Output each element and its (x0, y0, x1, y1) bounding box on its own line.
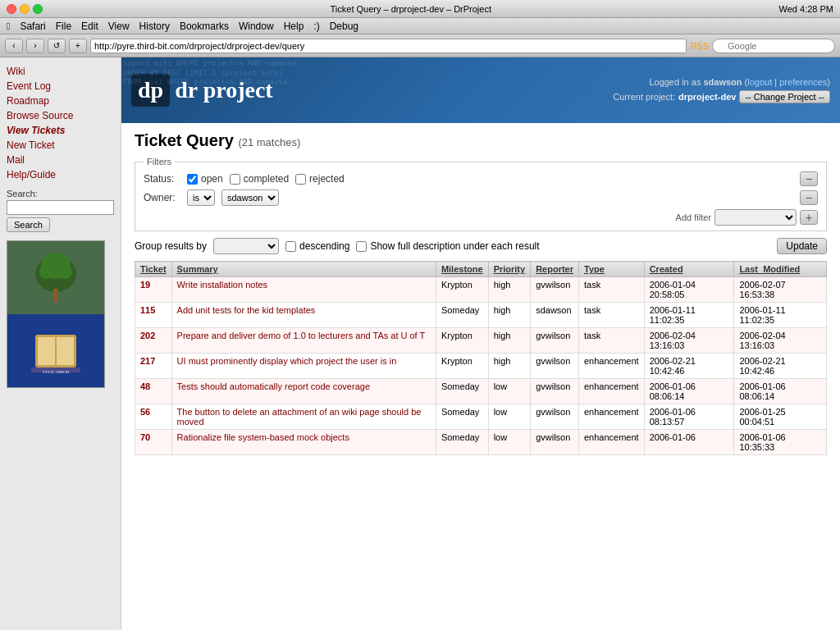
col-priority-link[interactable]: Priority (494, 264, 526, 274)
menu-view[interactable]: View (108, 21, 130, 32)
ticket-id-link[interactable]: 19 (140, 280, 150, 290)
sidebar-item-roadmap[interactable]: Roadmap (7, 94, 114, 108)
ticket-summary: Prepare and deliver demo of 1.0 to lectu… (171, 328, 436, 354)
menu-help[interactable]: Help (284, 21, 304, 32)
svg-text:VELIT ARBOR: VELIT ARBOR (43, 370, 70, 374)
forward-button[interactable]: › (26, 39, 44, 53)
svg-point-3 (39, 266, 52, 279)
menu-bookmarks[interactable]: Bookmarks (180, 21, 229, 32)
show-full-desc-checkbox[interactable] (356, 241, 367, 252)
owner-value-select[interactable]: sdawson (221, 189, 279, 206)
ticket-type: task (578, 303, 644, 328)
url-bar[interactable] (90, 39, 687, 53)
ticket-lastmodified: 2006-02-07 16:53:38 (734, 277, 827, 303)
menu-history[interactable]: History (139, 21, 170, 32)
match-count: (21 matches) (238, 136, 300, 148)
show-full-desc-group: Show full description under each result (356, 240, 539, 252)
back-button[interactable]: ‹ (5, 39, 23, 53)
change-project-button[interactable]: -- Change Project -- (739, 90, 830, 103)
apple-menu[interactable]:  (7, 21, 10, 32)
ticket-summary-link[interactable]: Write installation notes (177, 280, 267, 290)
sidebar-item-viewtickets[interactable]: View Tickets (7, 123, 114, 138)
menu-edit[interactable]: Edit (81, 21, 98, 32)
ticket-summary-link[interactable]: Prepare and deliver demo of 1.0 to lectu… (177, 331, 426, 340)
ticket-summary-link[interactable]: Rationalize file system-based mock objec… (177, 432, 349, 442)
status-open-checkbox[interactable] (187, 174, 198, 185)
ticket-reporter: gvwilson (531, 430, 579, 455)
sidebar-item-eventlog[interactable]: Event Log (7, 79, 114, 94)
add-filter-select[interactable] (714, 209, 797, 226)
ticket-type: task (578, 277, 644, 303)
logo-dp-text: dp (131, 74, 170, 107)
owner-filter-remove-button[interactable]: − (800, 190, 818, 205)
group-by-select[interactable] (213, 238, 279, 254)
ticket-id-link[interactable]: 70 (140, 432, 150, 442)
col-created: Created (644, 262, 734, 277)
window-title: Ticket Query – drproject-dev – DrProject (43, 4, 779, 14)
menu-file[interactable]: File (56, 21, 71, 32)
ticket-table: Ticket Summary Milestone Priority Report… (135, 261, 827, 455)
menu-window[interactable]: Window (239, 21, 274, 32)
update-button[interactable]: Update (777, 238, 827, 254)
sidebar-item-browsesource[interactable]: Browse Source (7, 108, 114, 123)
status-rejected-checkbox[interactable] (295, 174, 306, 185)
sidebar-search-section: Search: Search (7, 189, 114, 232)
logout-link[interactable]: logout (747, 77, 772, 87)
status-completed-checkbox[interactable] (230, 174, 240, 185)
ticket-id: 19 (135, 277, 172, 303)
logged-in-text: Logged in as (649, 77, 701, 87)
ticket-summary-link[interactable]: UI must prominently display which projec… (177, 356, 397, 366)
preferences-link[interactable]: preferences (779, 77, 827, 87)
col-milestone-link[interactable]: Milestone (441, 264, 483, 274)
owner-operator-select[interactable]: is (187, 189, 215, 206)
sidebar-item-wiki[interactable]: Wiki (7, 64, 114, 79)
col-reporter: Reporter (531, 262, 579, 277)
minimize-dot[interactable] (20, 4, 30, 14)
col-summary-link[interactable]: Summary (177, 264, 218, 274)
maximize-dot[interactable] (33, 4, 43, 14)
status-filter-remove-button[interactable]: − (800, 171, 818, 186)
sidebar-item-newticket[interactable]: New Ticket (7, 138, 114, 153)
username-display: sdawson (703, 77, 742, 87)
add-filter-button[interactable]: + (800, 210, 818, 225)
ticket-id: 70 (135, 430, 172, 455)
descending-group: descending (285, 240, 349, 252)
sidebar-search-button[interactable]: Search (7, 217, 50, 232)
window-controls[interactable] (7, 4, 43, 14)
sidebar-item-helpguide[interactable]: Help/Guide (7, 167, 114, 182)
status-label: Status: (144, 173, 180, 185)
sidebar-item-mail[interactable]: Mail (7, 153, 114, 167)
ticket-summary-link[interactable]: Add unit tests for the kid templates (177, 305, 316, 315)
col-lastmodified-link[interactable]: Last_Modified (739, 264, 800, 274)
col-created-link[interactable]: Created (650, 264, 683, 274)
menu-debug[interactable]: Debug (330, 21, 358, 32)
reload-button[interactable]: ↺ (48, 39, 66, 53)
ticket-summary: Write installation notes (171, 277, 436, 303)
close-dot[interactable] (7, 4, 16, 14)
ticket-priority: low (488, 404, 531, 430)
filters-fieldset: Filters Status: open completed rejected (135, 157, 827, 231)
menu-smiley[interactable]: :) (313, 21, 319, 32)
ticket-created: 2006-02-21 10:42:46 (644, 354, 734, 379)
browser-search-input[interactable] (712, 39, 835, 53)
ticket-type: enhancement (578, 354, 644, 379)
menu-safari[interactable]: Safari (20, 21, 45, 32)
col-reporter-link[interactable]: Reporter (536, 264, 573, 274)
home-button[interactable]: + (69, 39, 87, 53)
col-type-link[interactable]: Type (584, 264, 605, 274)
ticket-summary-link[interactable]: Tests should automatically report code c… (177, 381, 370, 391)
ticket-id-link[interactable]: 115 (140, 305, 155, 315)
page-header: import wiki WHERE project=% AND name=%s … (121, 57, 840, 123)
ticket-id: 48 (135, 379, 172, 404)
ticket-id-link[interactable]: 48 (140, 381, 150, 391)
col-ticket-link[interactable]: Ticket (140, 264, 167, 274)
project-name-display: drproject-dev (678, 92, 736, 102)
ticket-id-link[interactable]: 217 (140, 356, 155, 366)
ticket-id-link[interactable]: 202 (140, 331, 155, 340)
ticket-summary-link[interactable]: The button to delete an attachment of an… (177, 407, 422, 427)
ticket-reporter: gvwilson (531, 354, 579, 379)
ticket-priority: high (488, 328, 531, 354)
ticket-id-link[interactable]: 56 (140, 407, 150, 417)
sidebar-search-input[interactable] (7, 200, 114, 215)
descending-checkbox[interactable] (285, 241, 296, 252)
